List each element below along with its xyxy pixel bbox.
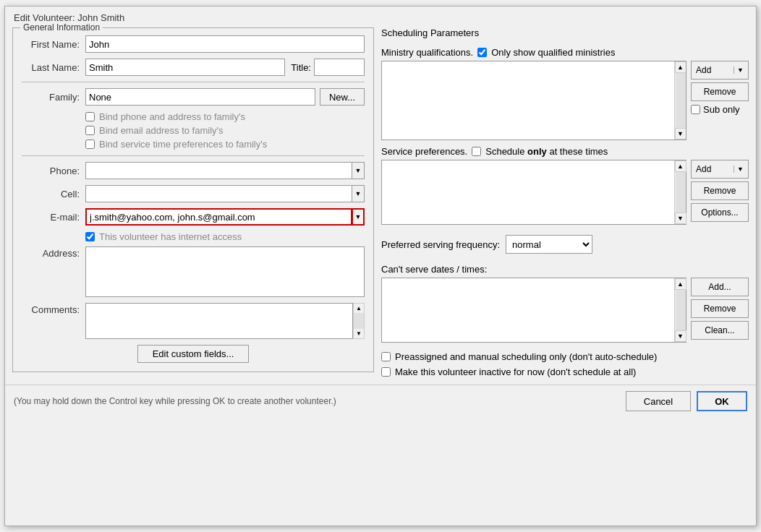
- email-dropdown-btn[interactable]: ▼: [352, 208, 365, 226]
- cell-label: Cell:: [22, 189, 80, 200]
- first-name-row: First Name:: [22, 35, 365, 53]
- edit-volunteer-dialog: Edit Volunteer: John Smith General Infor…: [4, 6, 757, 526]
- ministry-scroll-up[interactable]: ▲: [675, 61, 686, 73]
- cant-serve-clean-button[interactable]: Clean...: [691, 321, 749, 340]
- service-buttons: Add ▼ Remove Options...: [691, 160, 749, 222]
- preassigned-checkbox[interactable]: [381, 352, 391, 361]
- general-info-group: General Information First Name: Last Nam…: [12, 27, 374, 372]
- last-name-row: Last Name: Title:: [22, 59, 365, 76]
- phone-input-group: ▼: [85, 162, 365, 179]
- sub-only-row: Sub only: [691, 104, 749, 115]
- service-pref-header: Service preferences. Schedule only at th…: [381, 146, 749, 157]
- bottom-checkboxes: Preassigned and manual scheduling only (…: [381, 351, 749, 377]
- title-label: Title:: [291, 62, 311, 73]
- bind-service-checkbox[interactable]: [85, 140, 95, 149]
- internet-access-checkbox[interactable]: [85, 232, 95, 241]
- cant-serve-buttons: Add... Remove Clean...: [691, 278, 749, 340]
- first-name-label: First Name:: [22, 39, 80, 50]
- comments-row: Comments: ▲ ▼: [22, 303, 365, 339]
- new-button[interactable]: New...: [320, 88, 365, 106]
- ministry-section: Ministry qualifications. Only show quali…: [381, 47, 749, 140]
- title-input[interactable]: [314, 59, 365, 76]
- show-qualified-label: Only show qualified ministries: [491, 47, 615, 58]
- inactive-checkbox[interactable]: [381, 367, 391, 377]
- ministry-scrollbar: ▲ ▼: [674, 61, 686, 140]
- cant-serve-list[interactable]: ▲ ▼: [381, 278, 686, 343]
- ministry-add-label: Add: [696, 65, 711, 75]
- service-scroll-down[interactable]: ▼: [675, 213, 686, 224]
- bind-email-label: Bind email address to family's: [99, 125, 224, 136]
- service-options-button[interactable]: Options...: [691, 203, 749, 222]
- cant-serve-label: Can't serve dates / times:: [381, 264, 749, 275]
- ministry-list[interactable]: ▲ ▼: [381, 61, 686, 140]
- ministry-add-arrow: ▼: [734, 66, 744, 74]
- bind-service-label: Bind service time preferences to family'…: [99, 139, 267, 150]
- ministry-buttons: Add ▼ Remove Sub only: [691, 61, 749, 115]
- cant-serve-scroll-up[interactable]: ▲: [675, 278, 686, 290]
- ministry-add-button[interactable]: Add ▼: [691, 61, 749, 80]
- bind-email-checkbox[interactable]: [85, 126, 95, 135]
- email-row: E-mail: ▼: [22, 208, 365, 226]
- service-add-label: Add: [696, 164, 711, 174]
- email-input-group: ▼: [85, 208, 365, 226]
- ok-button[interactable]: OK: [697, 391, 747, 411]
- right-panel: Scheduling Parameters Ministry qualifica…: [381, 27, 749, 377]
- service-list[interactable]: ▲ ▼: [381, 160, 686, 225]
- ministry-scroll-down[interactable]: ▼: [675, 128, 686, 140]
- cant-serve-section: Can't serve dates / times: ▲ ▼ Add... Re…: [381, 264, 749, 343]
- comments-scroll-down[interactable]: ▼: [356, 329, 362, 338]
- cancel-button[interactable]: Cancel: [626, 391, 691, 411]
- last-name-input[interactable]: [85, 59, 285, 76]
- family-label: Family:: [22, 92, 80, 103]
- service-remove-button[interactable]: Remove: [691, 181, 749, 200]
- ministry-scroll-track: [676, 73, 686, 128]
- service-scroll-up[interactable]: ▲: [675, 160, 686, 172]
- scheduling-title: Scheduling Parameters: [381, 27, 749, 38]
- inactive-label: Make this volunteer inactive for now (do…: [395, 366, 636, 377]
- phone-dropdown-btn[interactable]: ▼: [352, 162, 365, 179]
- phone-row: Phone: ▼: [22, 162, 365, 179]
- last-name-label: Last Name:: [22, 62, 80, 73]
- bind-phone-row: Bind phone and address to family's: [85, 111, 365, 122]
- comments-input[interactable]: [85, 303, 353, 339]
- cell-dropdown-btn[interactable]: ▼: [352, 185, 365, 202]
- email-input[interactable]: [85, 208, 352, 226]
- address-label: Address:: [22, 248, 80, 259]
- edit-custom-fields-button[interactable]: Edit custom fields...: [137, 345, 250, 363]
- cell-input[interactable]: [85, 185, 352, 202]
- service-scroll-track: [676, 172, 686, 213]
- first-name-input[interactable]: [85, 35, 365, 53]
- comments-scroll-up[interactable]: ▲: [356, 304, 362, 313]
- left-panel: General Information First Name: Last Nam…: [12, 27, 374, 377]
- service-add-arrow: ▼: [734, 166, 744, 173]
- comments-scrollbar: ▲ ▼: [353, 303, 365, 339]
- sub-only-label: Sub only: [703, 104, 740, 115]
- bind-phone-checkbox[interactable]: [85, 112, 95, 121]
- dialog-footer: (You may hold down the Control key while…: [5, 385, 756, 417]
- footer-buttons: Cancel OK: [626, 391, 747, 411]
- cant-serve-list-section: ▲ ▼ Add... Remove Clean...: [381, 278, 749, 343]
- general-info-title: General Information: [20, 22, 103, 33]
- ministry-remove-button[interactable]: Remove: [691, 82, 749, 101]
- cant-serve-scroll-down[interactable]: ▼: [675, 330, 686, 342]
- sub-only-checkbox[interactable]: [691, 105, 700, 114]
- comments-label: Comments:: [22, 304, 80, 315]
- phone-input[interactable]: [85, 162, 352, 179]
- cant-serve-scroll-track: [676, 290, 686, 330]
- footer-hint: (You may hold down the Control key while…: [14, 396, 336, 406]
- bind-email-row: Bind email address to family's: [85, 125, 365, 136]
- cant-serve-add-button[interactable]: Add...: [691, 278, 749, 296]
- cell-row: Cell: ▼: [22, 185, 365, 202]
- family-input[interactable]: [85, 88, 315, 106]
- schedule-only-checkbox[interactable]: [472, 147, 481, 156]
- ministry-header: Ministry qualifications. Only show quali…: [381, 47, 749, 58]
- frequency-select[interactable]: normal every week every 2 weeks every 3 …: [506, 235, 592, 254]
- family-row: Family: New...: [22, 88, 365, 106]
- dialog-title: Edit Volunteer: John Smith: [5, 7, 756, 27]
- address-input[interactable]: [85, 246, 365, 297]
- show-qualified-checkbox[interactable]: [477, 48, 487, 57]
- cant-serve-remove-button[interactable]: Remove: [691, 299, 749, 318]
- service-add-button[interactable]: Add ▼: [691, 160, 749, 179]
- comments-area-wrapper: ▲ ▼: [85, 303, 365, 339]
- inactive-row: Make this volunteer inactive for now (do…: [381, 366, 749, 377]
